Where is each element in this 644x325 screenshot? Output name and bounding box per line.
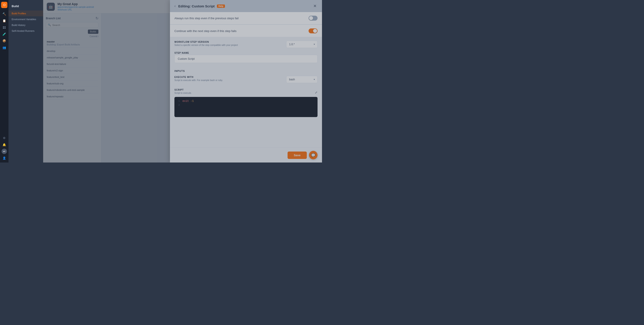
execute-label: EXECUTE WITH [174, 76, 284, 78]
close-button[interactable]: ✕ [312, 3, 318, 9]
panel-title: Editing: Custom Script [178, 4, 215, 8]
code-line-2: 2 [174, 103, 318, 107]
execute-select-wrapper: bash ruby python [286, 76, 318, 83]
execute-select[interactable]: bash ruby python [286, 76, 318, 83]
nav-item-notifications[interactable]: 🔔 [2, 142, 7, 147]
script-section: SCRIPT Script to execute. ⤢ 1 exit -1 2 [170, 86, 322, 120]
main-content: 🤖 My Great App appcircleio/appcircle-sam… [43, 0, 322, 163]
nav-item-teams[interactable]: 👥 [2, 45, 7, 50]
nav-item-deploy[interactable]: 📋 [2, 18, 7, 23]
script-desc: Script to execute. [174, 92, 192, 94]
line-num-1: 1 [174, 100, 182, 103]
script-header-info: SCRIPT Script to execute. [174, 89, 192, 96]
inputs-header: INPUTS [170, 67, 322, 73]
script-header: SCRIPT Script to execute. ⤢ [174, 89, 318, 96]
toggle-row-2: Continue with the next step even if this… [170, 25, 322, 37]
expand-icon[interactable]: ⤢ [315, 91, 318, 94]
nav-item-connect[interactable] [2, 25, 7, 30]
nav-item-user[interactable]: 👤 [2, 155, 7, 161]
sidebar-item-self-hosted[interactable]: Self-Hosted Runners [8, 28, 43, 34]
version-desc: Select a specific version of the step co… [174, 44, 284, 46]
nav-item-test[interactable]: 🧪 [2, 31, 7, 37]
step-name-section: STEP NAME [170, 52, 322, 67]
line-num-2: 2 [174, 104, 182, 106]
toggle-1[interactable] [308, 16, 318, 21]
chat-fab[interactable]: 💬 [309, 151, 318, 159]
version-row: WORKFLOW STEP VERSION Select a specific … [174, 41, 318, 48]
panel-footer: Save 💬 [170, 148, 322, 163]
svg-rect-0 [3, 27, 4, 27]
panel-header: ‹ Editing: Custom Script Help ✕ [170, 0, 322, 12]
save-button[interactable]: Save [288, 152, 307, 159]
toggle-row-1: Always run this step even if the previou… [170, 12, 322, 25]
svg-rect-1 [4, 27, 6, 27]
toggle-label-2: Continue with the next step even if this… [174, 29, 236, 33]
inputs-title: INPUTS [174, 70, 318, 72]
sidebar-item-build-history[interactable]: Build History [8, 22, 43, 28]
nav-item-settings[interactable]: ⚙ [2, 135, 7, 141]
sidebar-second: Build Build Profiles Environment Variabl… [8, 0, 43, 163]
panel-header-left: ‹ Editing: Custom Script Help [174, 4, 225, 9]
script-label: SCRIPT [174, 89, 192, 91]
sidebar-nav: ⬡ 🔨 📋 🧪 📦 👥 ⚙ 🔔 AT 👤 [0, 0, 8, 163]
nav-logo[interactable]: ⬡ [1, 2, 8, 8]
panel-content: Always run this step even if the previou… [170, 12, 322, 163]
version-info: WORKFLOW STEP VERSION Select a specific … [174, 41, 284, 48]
version-section: WORKFLOW STEP VERSION Select a specific … [170, 37, 322, 52]
sidebar-item-build-profiles[interactable]: Build Profiles [8, 11, 43, 16]
execute-info: EXECUTE WITH Script to execute with. For… [174, 76, 284, 83]
version-select-wrapper: 1.0.* [286, 41, 318, 48]
step-name-input[interactable] [174, 55, 318, 63]
execute-row: EXECUTE WITH Script to execute with. For… [174, 76, 318, 83]
sidebar-app-title: Build [8, 4, 43, 11]
sidebar-item-env-vars[interactable]: Environment Variables [8, 16, 43, 22]
code-line-1: 1 exit -1 [174, 99, 318, 103]
nav-item-packages[interactable]: 📦 [2, 38, 7, 44]
execute-section: EXECUTE WITH Script to execute with. For… [170, 73, 322, 86]
code-editor[interactable]: 1 exit -1 2 [174, 97, 318, 117]
nav-item-build[interactable]: 🔨 [2, 11, 7, 17]
nav-avatar[interactable]: AT [2, 149, 7, 154]
back-button[interactable]: ‹ [174, 4, 176, 9]
execute-desc: Script to execute with. For example bash… [174, 79, 284, 82]
svg-rect-3 [4, 28, 6, 29]
help-badge[interactable]: Help [217, 5, 225, 8]
version-label: WORKFLOW STEP VERSION [174, 41, 284, 43]
version-select[interactable]: 1.0.* [286, 41, 318, 48]
right-panel: ‹ Editing: Custom Script Help ✕ Always r… [170, 0, 322, 163]
toggle-2[interactable] [308, 29, 318, 33]
toggle-label-1: Always run this step even if the previou… [174, 17, 238, 20]
step-name-label: STEP NAME [174, 52, 318, 54]
line-code-1: exit -1 [182, 100, 194, 103]
svg-rect-2 [3, 28, 4, 29]
